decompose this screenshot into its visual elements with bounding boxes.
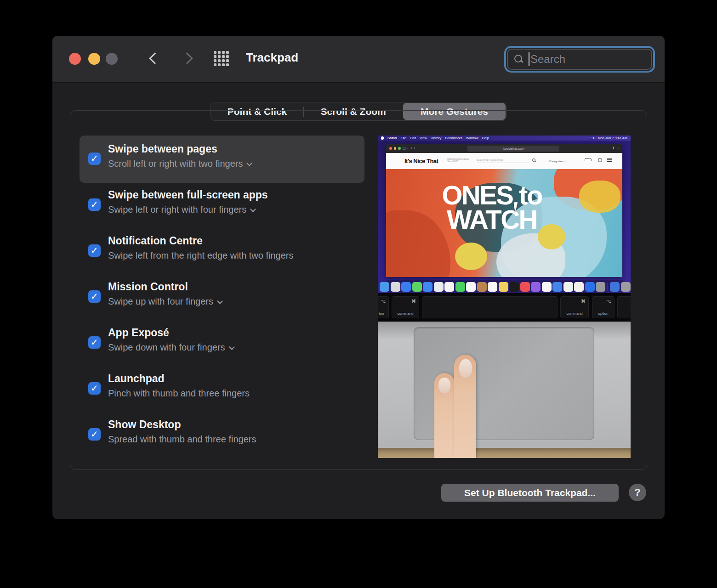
demo-menu-bar: SafariFileEditViewHistoryBookmarksWindow…: [378, 136, 631, 141]
dock-icon-safari: [401, 282, 411, 292]
demo-share-icon: ⬆: [612, 147, 615, 150]
gesture-subtitle[interactable]: Pinch with thumb and three fingers: [108, 388, 250, 399]
help-button[interactable]: ?: [629, 484, 646, 501]
demo-site-smiley-icon: [598, 158, 602, 162]
demo-back-icon: ‹: [411, 147, 412, 150]
option-key-partial: ⌥ ion: [378, 296, 389, 318]
demo-forward-icon: ›: [414, 147, 415, 150]
dock-icon-calendar: [466, 282, 476, 292]
demo-site-categories: Categories ⌄: [549, 159, 566, 163]
dock-icon-news: [542, 282, 552, 292]
dock-icon-podcasts: [531, 282, 541, 292]
dock-icon-books: [477, 282, 487, 292]
dock-icon-photos: [444, 282, 454, 292]
gesture-row[interactable]: ✓ Mission Control Swipe up with four fin…: [80, 273, 364, 321]
show-all-preferences-grid-icon[interactable]: [214, 51, 230, 68]
demo-menu-safari: Safari: [387, 136, 397, 140]
gesture-checkbox[interactable]: ✓: [88, 336, 101, 349]
screen-background: { "window": { "title": "Trackpad" }, "to…: [0, 0, 717, 588]
space-bar-key: [422, 296, 558, 318]
demo-menu-file: File: [401, 136, 406, 140]
command-key-left: ⌘ command: [392, 296, 419, 318]
demo-desk-surface: [378, 448, 631, 458]
text-cursor: [529, 52, 529, 66]
demo-hero-title: ONES toWATCH: [386, 183, 598, 232]
gesture-title: Swipe between full-screen apps: [108, 189, 268, 201]
gesture-demo-video: SafariFileEditViewHistoryBookmarksWindow…: [378, 136, 631, 458]
demo-site-menu-icon: [607, 158, 612, 162]
gesture-checkbox[interactable]: ✓: [88, 290, 101, 303]
demo-url-field: itsnicethat.com: [467, 146, 559, 152]
demo-zoom-button: [398, 147, 401, 150]
demo-new-tab-icon: +: [617, 147, 619, 150]
zoom-button: [106, 53, 118, 65]
demo-menu-help: Help: [482, 136, 489, 140]
gesture-title: Mission Control: [108, 281, 188, 293]
gesture-row[interactable]: ✓ Swipe between full-screen apps Swipe l…: [80, 181, 364, 229]
set-up-bluetooth-trackpad-button[interactable]: Set Up Bluetooth Trackpad...: [441, 484, 619, 502]
gesture-subtitle[interactable]: Swipe up with four fingers: [108, 296, 223, 307]
dock-icon-mail: [423, 282, 432, 292]
dock-icon-pages: [574, 282, 584, 292]
demo-site-search: Search for something: [477, 158, 531, 163]
demo-menu-history: History: [431, 136, 441, 140]
dock-icon-messages: [412, 282, 422, 292]
demo-site-search-icon: [532, 158, 535, 162]
arrow-key-partial: [617, 296, 631, 318]
gesture-title: Launchpad: [108, 373, 165, 385]
gesture-subtitle[interactable]: Swipe down with four fingers: [108, 342, 235, 353]
demo-close-button: [389, 147, 392, 150]
hero-art-shape: [455, 243, 487, 270]
gesture-checkbox[interactable]: ✓: [88, 428, 101, 441]
gesture-checkbox[interactable]: ✓: [88, 198, 101, 211]
titlebar: Trackpad Search: [52, 36, 665, 83]
gesture-row[interactable]: ✓ App Exposé Swipe down with four finger…: [80, 319, 364, 367]
demo-clock: Mon Jun 7 9:41 AM: [598, 136, 627, 140]
search-icon: [514, 54, 524, 64]
option-key-right: ⌥ option: [592, 296, 615, 318]
gesture-subtitle[interactable]: Swipe left from the right edge with two …: [108, 250, 294, 261]
gesture-subtitle[interactable]: Swipe left or right with four fingers: [108, 204, 256, 215]
demo-dock: [385, 280, 625, 293]
search-field[interactable]: Search: [504, 46, 655, 73]
window-title: Trackpad: [246, 51, 298, 65]
gesture-subtitle[interactable]: Scroll left or right with two fingers: [108, 158, 252, 169]
demo-menu-window: Window: [466, 136, 478, 140]
close-button[interactable]: [69, 53, 81, 65]
gesture-checkbox[interactable]: ✓: [88, 153, 101, 165]
dock-icon-system-preferences: [596, 282, 605, 292]
dock-icon-tv: [509, 282, 519, 292]
gesture-row[interactable]: ✓ Notification Centre Swipe left from th…: [80, 227, 364, 275]
demo-site-logo: It's Nice That: [404, 158, 438, 164]
command-key-right: ⌘ command: [560, 296, 589, 318]
demo-menu-view: View: [420, 136, 427, 140]
demo-site-car-icon: [585, 158, 592, 161]
chevron-down-icon: [218, 298, 223, 303]
demo-site-tagline: Championing Creativity Since 2007: [447, 158, 469, 163]
gesture-checkbox[interactable]: ✓: [88, 244, 101, 257]
chevron-down-icon: [247, 160, 252, 165]
gesture-checkbox[interactable]: ✓: [88, 382, 101, 395]
gesture-subtitle[interactable]: Spread with thumb and three fingers: [108, 434, 256, 445]
dock-icon-keynote: [552, 282, 562, 292]
demo-fingernail-left: [438, 378, 450, 393]
apple-logo-icon: [381, 136, 384, 140]
forward-button: [182, 52, 195, 65]
gesture-title: Swipe between pages: [108, 143, 217, 155]
battery-icon: [590, 137, 594, 139]
chevron-down-icon: [251, 206, 256, 211]
demo-keyboard: ⌥ ion ⌘ command ⌘ command ⌥ option: [378, 293, 631, 322]
dock-icon-separator: [608, 283, 608, 291]
gesture-row[interactable]: ✓ Launchpad Pinch with thumb and three f…: [80, 365, 364, 413]
gesture-title: Notification Centre: [108, 235, 203, 247]
minimize-button[interactable]: [88, 53, 100, 65]
dock-icon-facetime: [455, 282, 465, 292]
demo-safari-toolbar: ▢⌄ ‹ › itsnicethat.com ⬆ +: [386, 144, 622, 153]
dock-icon-reminders: [488, 282, 497, 292]
demo-sidebar-icon: ▢⌄: [403, 147, 409, 150]
gesture-row[interactable]: ✓ Swipe between pages Scroll left or rig…: [80, 136, 364, 183]
gesture-row[interactable]: ✓ Show Desktop Spread with thumb and thr…: [80, 411, 364, 458]
dock-icon-finder: [380, 282, 389, 292]
demo-safari-window: ▢⌄ ‹ › itsnicethat.com ⬆ + It's Nice Tha…: [386, 144, 622, 277]
back-button[interactable]: [147, 52, 160, 65]
